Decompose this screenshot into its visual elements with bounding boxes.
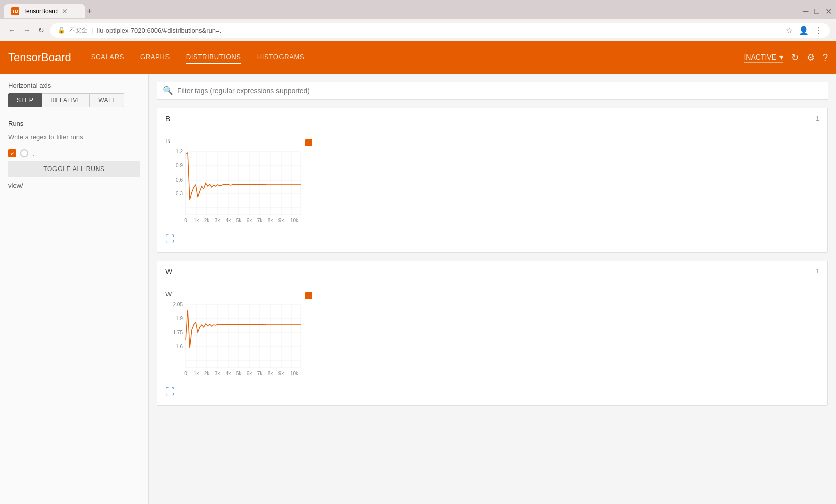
svg-text:10k: 10k bbox=[290, 218, 299, 223]
help-icon-button[interactable]: ? bbox=[823, 52, 828, 63]
svg-text:9k: 9k bbox=[278, 371, 285, 376]
chart-w-wrapper: W bbox=[157, 282, 827, 405]
tab-favicon: TB bbox=[11, 7, 19, 15]
search-icon: 🔍 bbox=[163, 86, 173, 95]
back-button[interactable]: ← bbox=[6, 24, 17, 36]
dropdown-arrow-icon: ▾ bbox=[779, 53, 783, 61]
status-label: INACTIVE bbox=[744, 53, 776, 61]
chart-b-color-box[interactable] bbox=[305, 139, 312, 146]
svg-text:3k: 3k bbox=[215, 371, 221, 376]
nav-right: INACTIVE ▾ ↻ ⚙ ? bbox=[744, 52, 828, 63]
axis-relative-button[interactable]: RELATIVE bbox=[42, 93, 90, 107]
svg-text:1.6: 1.6 bbox=[176, 344, 183, 349]
filter-bar: 🔍 bbox=[157, 82, 828, 100]
svg-text:5k: 5k bbox=[236, 218, 242, 223]
nav-distributions[interactable]: DISTRIBUTIONS bbox=[186, 51, 241, 64]
chart-b-expand-button[interactable]: ⛶ bbox=[165, 234, 175, 244]
run-filter-wrapper bbox=[8, 131, 140, 143]
svg-text:7k: 7k bbox=[257, 371, 263, 376]
view-link[interactable]: view/ bbox=[8, 182, 23, 189]
axis-buttons: STEP RELATIVE WALL bbox=[8, 93, 140, 107]
nav-items: SCALARS GRAPHS DISTRIBUTIONS HISTOGRAMS bbox=[91, 51, 305, 64]
svg-text:0.3: 0.3 bbox=[176, 191, 183, 196]
svg-text:4k: 4k bbox=[226, 371, 232, 376]
security-label: 不安全 bbox=[69, 26, 87, 35]
svg-text:0: 0 bbox=[184, 371, 187, 376]
window-controls: ─ □ ✕ bbox=[803, 7, 832, 16]
active-tab[interactable]: TB TensorBoard ✕ bbox=[4, 4, 85, 18]
chart-w-expand-button[interactable]: ⛶ bbox=[165, 386, 175, 397]
svg-text:10k: 10k bbox=[290, 371, 299, 376]
chart-section-w-header: W 1 bbox=[157, 261, 827, 282]
bookmark-icon[interactable]: ☆ bbox=[786, 26, 793, 35]
refresh-icon-button[interactable]: ↻ bbox=[791, 52, 799, 63]
account-icon[interactable]: 👤 bbox=[799, 26, 809, 35]
close-window-button[interactable]: ✕ bbox=[825, 7, 832, 16]
chart-b-chart-title: B bbox=[165, 137, 314, 145]
svg-text:2.05: 2.05 bbox=[173, 302, 183, 307]
chart-w-count: 1 bbox=[816, 268, 819, 275]
tag-filter-input[interactable] bbox=[177, 87, 822, 95]
svg-text:8k: 8k bbox=[268, 371, 274, 376]
nav-graphs[interactable]: GRAPHS bbox=[140, 51, 170, 64]
status-dropdown[interactable]: INACTIVE ▾ bbox=[744, 53, 783, 63]
svg-text:1.9: 1.9 bbox=[176, 316, 183, 321]
run-checkbox[interactable]: ✓ bbox=[8, 149, 16, 157]
menu-icon[interactable]: ⋮ bbox=[815, 26, 823, 35]
app-logo: TensorBoard bbox=[8, 51, 71, 64]
svg-text:2k: 2k bbox=[204, 218, 210, 223]
new-tab-button[interactable]: + bbox=[87, 6, 92, 17]
svg-text:8k: 8k bbox=[268, 218, 274, 223]
svg-text:3k: 3k bbox=[215, 218, 221, 223]
run-radio[interactable] bbox=[20, 149, 28, 157]
svg-text:1k: 1k bbox=[194, 218, 200, 223]
forward-button[interactable]: → bbox=[21, 24, 32, 36]
chart-w-chart-title: W bbox=[165, 290, 314, 298]
minimize-button[interactable]: ─ bbox=[803, 7, 808, 16]
run-filter-input[interactable] bbox=[8, 131, 140, 143]
chart-w-color-box[interactable] bbox=[305, 292, 312, 299]
maximize-button[interactable]: □ bbox=[814, 7, 819, 16]
run-label: . bbox=[32, 150, 34, 157]
svg-text:4k: 4k bbox=[226, 218, 232, 223]
chart-b-count: 1 bbox=[816, 115, 819, 122]
svg-text:6k: 6k bbox=[247, 371, 253, 376]
chart-w-svg: 2.05 1.9 1.75 1.6 0 1k 2k 3k 4k 5k 6k bbox=[165, 300, 314, 383]
svg-text:6k: 6k bbox=[247, 218, 253, 223]
svg-text:9k: 9k bbox=[278, 218, 285, 223]
svg-text:7k: 7k bbox=[257, 218, 263, 223]
runs-title: Runs bbox=[8, 120, 140, 127]
axis-step-button[interactable]: STEP bbox=[8, 93, 42, 107]
chart-section-b: B 1 B bbox=[157, 108, 828, 253]
tab-close-button[interactable]: ✕ bbox=[62, 7, 68, 15]
run-item: ✓ . bbox=[8, 149, 140, 157]
svg-text:1k: 1k bbox=[194, 371, 200, 376]
refresh-button[interactable]: ↻ bbox=[36, 24, 46, 36]
content-area: 🔍 B 1 B bbox=[149, 74, 836, 504]
address-bar: ← → ↻ 🔓 不安全 | liu-optiplex-7020:6006/#di… bbox=[0, 19, 836, 41]
svg-text:0.6: 0.6 bbox=[176, 177, 183, 183]
svg-text:0.9: 0.9 bbox=[176, 163, 183, 169]
toggle-all-runs-button[interactable]: TOGGLE ALL RUNS bbox=[8, 161, 140, 177]
chart-b-svg: 1.2 0.9 0.6 0.3 0 1k 2k 3k 4k 5k 6k bbox=[165, 147, 314, 230]
nav-histograms[interactable]: HISTOGRAMS bbox=[257, 51, 305, 64]
settings-icon-button[interactable]: ⚙ bbox=[807, 52, 815, 63]
tab-title: TensorBoard bbox=[23, 8, 58, 15]
svg-text:1.2: 1.2 bbox=[176, 149, 183, 154]
horizontal-axis-label: Horizontal axis bbox=[8, 82, 140, 89]
security-icon: 🔓 bbox=[58, 27, 65, 34]
chart-b-wrapper: B bbox=[157, 129, 827, 252]
chart-section-b-header: B 1 bbox=[157, 108, 827, 129]
address-url: liu-optiplex-7020:6006/#distributions&ru… bbox=[97, 27, 221, 34]
nav-scalars[interactable]: SCALARS bbox=[91, 51, 124, 64]
svg-text:0: 0 bbox=[184, 218, 187, 223]
svg-text:1.75: 1.75 bbox=[173, 330, 183, 335]
tab-bar: TB TensorBoard ✕ + ─ □ ✕ bbox=[0, 0, 836, 19]
axis-wall-button[interactable]: WALL bbox=[90, 93, 124, 107]
main-layout: Horizontal axis STEP RELATIVE WALL Runs … bbox=[0, 74, 836, 504]
sidebar: Horizontal axis STEP RELATIVE WALL Runs … bbox=[0, 74, 149, 504]
chart-w-title: W bbox=[165, 267, 816, 275]
svg-text:2k: 2k bbox=[204, 371, 210, 376]
svg-text:5k: 5k bbox=[236, 371, 242, 376]
address-input[interactable]: 🔓 不安全 | liu-optiplex-7020:6006/#distribu… bbox=[50, 23, 830, 38]
